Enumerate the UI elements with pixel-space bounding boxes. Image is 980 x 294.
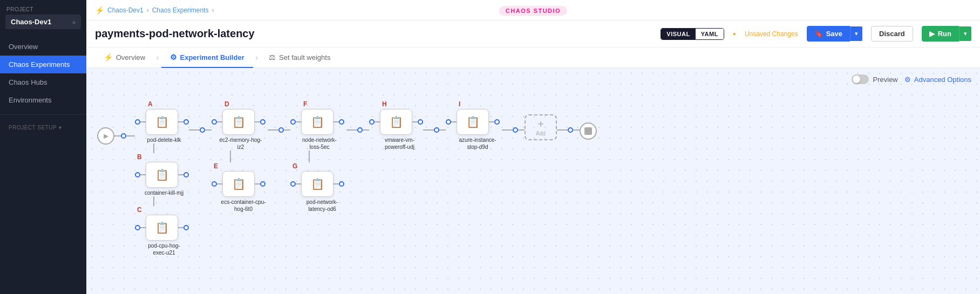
connector-start bbox=[114, 135, 121, 136]
connector-i-add bbox=[502, 127, 525, 133]
tab-set-fault-weights[interactable]: ⚖ Set fault weights bbox=[260, 47, 339, 68]
vert-de bbox=[230, 151, 231, 162]
sidebar-item-chaos-hubs[interactable]: Chaos Hubs bbox=[0, 73, 86, 91]
node-i-container: I 📋 azure-instance-stop-d9d bbox=[446, 100, 502, 151]
discard-button[interactable]: Discard bbox=[871, 26, 913, 42]
flow-diagram: ▶ A 📋 pod-delete-klk bbox=[97, 100, 597, 256]
conn-g1 bbox=[296, 183, 301, 184]
tab-overview[interactable]: ⚡ Overview bbox=[95, 47, 154, 68]
preview-switch[interactable] bbox=[852, 74, 869, 84]
node-box-i[interactable]: 📋 bbox=[457, 109, 489, 135]
conn-abc-de-2 bbox=[205, 129, 212, 131]
view-toggle: VISUAL YAML bbox=[661, 28, 724, 40]
end-node-container bbox=[580, 122, 597, 140]
node-box-a[interactable]: 📋 bbox=[146, 109, 178, 135]
run-icon: ▶ bbox=[929, 30, 935, 38]
node-d-row: 📋 bbox=[212, 109, 266, 135]
overview-icon: ⚡ bbox=[104, 53, 113, 61]
dot-g1 bbox=[290, 181, 296, 187]
dot-between-3 bbox=[357, 127, 363, 133]
yaml-view-button[interactable]: YAML bbox=[696, 29, 724, 39]
breadcrumb-project[interactable]: Chaos-Dev1 bbox=[107, 6, 144, 14]
tab-separator-1: › bbox=[156, 53, 159, 63]
node-e-container: E 📋 ecs-container-cpu-hog-6t0 bbox=[212, 162, 268, 213]
conn-f2 bbox=[334, 121, 339, 122]
connector-abc-de bbox=[189, 127, 212, 133]
dot-i1 bbox=[446, 119, 451, 125]
preview-toggle[interactable]: Preview bbox=[852, 74, 898, 84]
node-h-container: H 📋 vmware-vm-poweroff-udj bbox=[369, 100, 423, 151]
label-f: F bbox=[303, 100, 307, 108]
sidebar-item-overview[interactable]: Overview bbox=[0, 38, 86, 56]
end-node-inner bbox=[584, 127, 592, 135]
dot-d1 bbox=[212, 119, 217, 125]
end-node[interactable] bbox=[580, 122, 597, 140]
vert-bc bbox=[153, 196, 154, 206]
conn-i1 bbox=[451, 121, 457, 122]
dot-start bbox=[121, 133, 126, 139]
conn-b1 bbox=[140, 174, 146, 175]
chaos-icon: ⚡ bbox=[95, 6, 104, 15]
dot-between-4 bbox=[434, 127, 439, 133]
dot-i2 bbox=[494, 119, 500, 125]
conn-de-fg-2 bbox=[284, 129, 290, 131]
breadcrumb-separator-2: › bbox=[212, 6, 214, 14]
sidebar-item-chaos-experiments[interactable]: Chaos Experiments bbox=[0, 56, 86, 73]
label-b: B bbox=[137, 153, 142, 161]
node-b-container: B 📋 container-kill-mjj bbox=[135, 153, 189, 196]
save-dropdown-button[interactable]: ▾ bbox=[850, 26, 862, 41]
node-name-b: container-kill-mjj bbox=[142, 189, 186, 196]
node-box-g[interactable]: 📋 bbox=[301, 171, 334, 197]
run-button[interactable]: ▶ Run bbox=[922, 26, 959, 42]
weights-icon: ⚖ bbox=[269, 53, 276, 61]
tab-experiment-builder[interactable]: ⚙ Experiment Builder bbox=[161, 47, 253, 68]
node-g-container: G 📋 pod-network-latency-od6 bbox=[290, 162, 346, 213]
group-abc: A 📋 pod-delete-klk B bbox=[135, 100, 189, 256]
visual-view-button[interactable]: VISUAL bbox=[661, 29, 695, 39]
conn-h-i bbox=[423, 129, 434, 131]
save-button[interactable]: 🔖 Save bbox=[807, 26, 850, 42]
project-setup-label[interactable]: PROJECT SETUP ▾ bbox=[0, 120, 86, 133]
node-a-container: A 📋 pod-delete-klk bbox=[135, 100, 189, 143]
node-b-row: 📋 bbox=[135, 162, 189, 188]
conn-g2 bbox=[334, 183, 339, 184]
node-box-f[interactable]: 📋 bbox=[301, 109, 334, 135]
page-title: payments-pod-network-latency bbox=[95, 28, 652, 40]
conn-a1 bbox=[140, 121, 146, 122]
conn-d1 bbox=[217, 121, 222, 122]
sidebar-item-environments[interactable]: Environments bbox=[0, 91, 86, 109]
group-fg: F 📋 node-network-loss-5ec G bbox=[290, 100, 346, 213]
conn-a2 bbox=[178, 121, 183, 122]
tab-separator-2: › bbox=[255, 53, 258, 63]
project-selector[interactable]: Chaos-Dev1 » bbox=[5, 15, 81, 29]
experiment-canvas[interactable]: Preview ⚙ Advanced Options ▶ A bbox=[86, 68, 980, 294]
dot-g2 bbox=[339, 181, 344, 187]
connector-start-2 bbox=[126, 135, 135, 136]
conn-h1 bbox=[375, 121, 380, 122]
conn-de-fg bbox=[268, 129, 278, 131]
start-node[interactable]: ▶ bbox=[97, 127, 114, 145]
conn-h-i-2 bbox=[439, 129, 446, 131]
connector-de-fg bbox=[268, 127, 290, 133]
conn-add-end bbox=[557, 129, 568, 131]
dot-b2 bbox=[183, 172, 189, 177]
node-box-e[interactable]: 📋 bbox=[222, 171, 255, 197]
node-c-row: 📋 bbox=[135, 215, 189, 241]
run-dropdown-button[interactable]: ▾ bbox=[959, 26, 971, 41]
node-box-b[interactable]: 📋 bbox=[146, 162, 178, 188]
node-box-h[interactable]: 📋 bbox=[380, 109, 412, 135]
node-box-c[interactable]: 📋 bbox=[146, 215, 178, 241]
node-box-d[interactable]: 📋 bbox=[222, 109, 255, 135]
unsaved-changes-label: Unsaved Changes bbox=[745, 30, 798, 38]
breadcrumb-section[interactable]: Chaos Experiments bbox=[152, 6, 209, 14]
advanced-options-button[interactable]: ⚙ Advanced Options bbox=[904, 76, 971, 84]
conn-e2 bbox=[255, 183, 260, 184]
label-i: I bbox=[459, 100, 460, 108]
topbar: ⚡ Chaos-Dev1 › Chaos Experiments › CHAOS… bbox=[86, 0, 980, 20]
conn-c2 bbox=[178, 227, 183, 228]
builder-icon: ⚙ bbox=[170, 53, 177, 61]
conn-fg-h bbox=[346, 129, 357, 131]
conn-add-end-2 bbox=[573, 129, 580, 131]
add-node-button[interactable]: + Add bbox=[525, 114, 557, 140]
canvas-toolbar: Preview ⚙ Advanced Options bbox=[852, 74, 971, 84]
